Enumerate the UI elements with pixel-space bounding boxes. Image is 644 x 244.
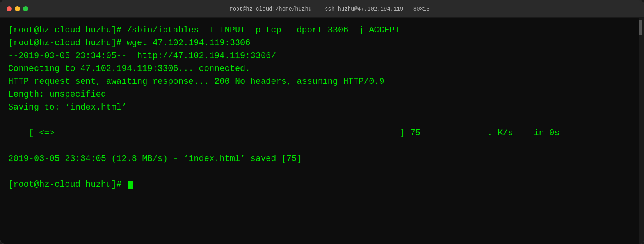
close-button[interactable] (7, 6, 12, 11)
terminal-line-2: [root@hz-cloud huzhu]# wget 47.102.194.1… (8, 37, 636, 50)
terminal-line-7: Saving to: ‘index.html’ (8, 101, 636, 114)
window-title: root@hz-cloud:/home/huzhu — -ssh huzhu@4… (28, 6, 631, 12)
terminal-line-12 (8, 165, 636, 178)
terminal-prompt: [root@hz-cloud huzhu]# (8, 178, 636, 191)
scrollbar-thumb[interactable] (639, 20, 642, 35)
terminal-cursor (128, 181, 133, 189)
terminal-line-10 (8, 140, 636, 152)
terminal-line-3: --2019-03-05 23:34:05-- http://47.102.19… (8, 50, 636, 62)
terminal-line-6: Length: unspecified (8, 88, 636, 101)
terminal-line-1: [root@hz-cloud huzhu]# /sbin/iptables -I… (8, 24, 636, 37)
terminal-line-4: Connecting to 47.102.194.119:3306... con… (8, 62, 636, 75)
maximize-button[interactable] (23, 6, 28, 11)
scrollbar[interactable] (639, 18, 644, 244)
terminal-line-5: HTTP request sent, awaiting response... … (8, 75, 636, 88)
terminal-window: root@hz-cloud:/home/huzhu — -ssh huzhu@4… (0, 0, 644, 244)
terminal-line-11: 2019-03-05 23:34:05 (12.8 MB/s) - ‘index… (8, 152, 636, 165)
terminal-body[interactable]: [root@hz-cloud huzhu]# /sbin/iptables -I… (0, 18, 644, 244)
minimize-button[interactable] (15, 6, 20, 11)
terminal-line-8 (8, 114, 636, 127)
titlebar: root@hz-cloud:/home/huzhu — -ssh huzhu@4… (0, 0, 644, 18)
terminal-line-9: [ <=> ] 75 --.-K/s in 0s (8, 127, 636, 140)
traffic-lights (7, 6, 28, 11)
